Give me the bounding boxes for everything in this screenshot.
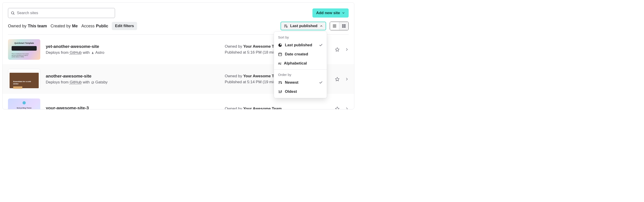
filters-row: Owned by This team Created by Me Access … <box>8 22 349 35</box>
view-list-button[interactable] <box>330 22 339 30</box>
astro-icon <box>91 51 94 55</box>
calendar-icon <box>278 52 282 56</box>
add-new-site-button[interactable]: Add new site <box>312 9 349 18</box>
svg-rect-9 <box>344 24 346 26</box>
svg-line-1 <box>14 14 14 14</box>
sort-button-label: Last published <box>290 24 318 28</box>
site-subline: Deploys from GitHub with Gatsby <box>46 80 219 85</box>
site-main: another-awesome-site Deploys from GitHub… <box>46 74 219 85</box>
order-option-oldest[interactable]: Oldest <box>274 87 327 96</box>
search-input[interactable] <box>8 8 115 18</box>
add-new-site-label: Add new site <box>316 11 340 15</box>
svg-marker-28 <box>336 107 339 109</box>
star-icon[interactable] <box>335 77 340 81</box>
check-icon <box>319 81 323 84</box>
site-actions <box>335 77 349 81</box>
svg-rect-11 <box>344 26 346 28</box>
filter-owned-by[interactable]: Owned by This team <box>8 24 47 29</box>
site-actions <box>335 106 349 109</box>
view-grid-button[interactable] <box>339 22 348 30</box>
search-icon <box>11 11 15 15</box>
deploy-source-link[interactable]: GitHub <box>70 80 82 84</box>
site-thumbnail: Essentials for a cold winter <box>8 69 40 89</box>
sort-dropdown: Sort by Last published Date created <box>274 32 327 98</box>
filters-right: Last published Sort by <box>280 22 349 30</box>
check-icon <box>319 43 323 47</box>
sites-panel: Add new site Owned by This team Created … <box>2 2 354 109</box>
filter-access[interactable]: Access Public <box>81 24 108 29</box>
dropdown-divider <box>274 69 327 70</box>
clock-icon <box>278 43 282 47</box>
svg-rect-8 <box>342 24 344 26</box>
sort-option-last-published[interactable]: Last published <box>274 41 327 50</box>
chevron-right-icon[interactable] <box>345 77 349 81</box>
site-actions <box>335 47 349 52</box>
star-icon[interactable] <box>335 106 340 109</box>
sort-asc-icon <box>278 90 282 94</box>
site-name: yet-another-awesome-site <box>46 44 219 49</box>
sort-desc-icon <box>278 81 282 85</box>
site-main: yet-another-awesome-site Deploys from Gi… <box>46 44 219 55</box>
deploy-source-link[interactable]: GitHub <box>70 50 82 55</box>
sort-option-alphabetical[interactable]: AZ Alphabetical <box>274 59 327 68</box>
site-subline: Deploys from GitHub with Astro <box>46 50 219 55</box>
view-toggle <box>330 22 349 30</box>
svg-point-26 <box>92 81 94 84</box>
svg-rect-10 <box>342 26 344 28</box>
svg-marker-25 <box>336 48 339 52</box>
svg-marker-27 <box>336 77 339 81</box>
topbar: Add new site <box>8 8 349 18</box>
sort-button[interactable]: Last published <box>280 22 326 30</box>
chevron-down-icon <box>342 12 345 15</box>
order-section-label: Order by <box>274 71 327 78</box>
chevron-up-icon <box>320 24 323 28</box>
edit-filters-button[interactable]: Edit filters <box>112 22 137 30</box>
site-meta: Owned by Your Awesome Team <box>225 106 325 109</box>
sort-section-label: Sort by <box>274 34 327 41</box>
az-icon: AZ <box>278 62 281 65</box>
site-thumbnail: Next.js Blog Theme <box>8 98 40 109</box>
filter-created-by[interactable]: Created by Me <box>50 24 78 29</box>
chevron-right-icon[interactable] <box>345 48 349 51</box>
gatsby-icon <box>91 81 94 84</box>
sort-icon <box>284 24 288 28</box>
star-icon[interactable] <box>335 47 340 52</box>
filters-left: Owned by This team Created by Me Access … <box>8 22 137 30</box>
order-option-newest[interactable]: Newest <box>274 78 327 87</box>
sort-option-date-created[interactable]: Date created <box>274 50 327 59</box>
site-name: another-awesome-site <box>46 74 219 79</box>
site-thumbnail: Quickstart Template This is a barebones … <box>8 39 40 60</box>
site-name: your-awesome-site-3 <box>46 106 219 109</box>
chevron-right-icon[interactable] <box>345 107 349 109</box>
search-wrap <box>8 8 115 18</box>
svg-rect-13 <box>278 53 282 56</box>
site-main: your-awesome-site-3 <box>46 106 219 109</box>
